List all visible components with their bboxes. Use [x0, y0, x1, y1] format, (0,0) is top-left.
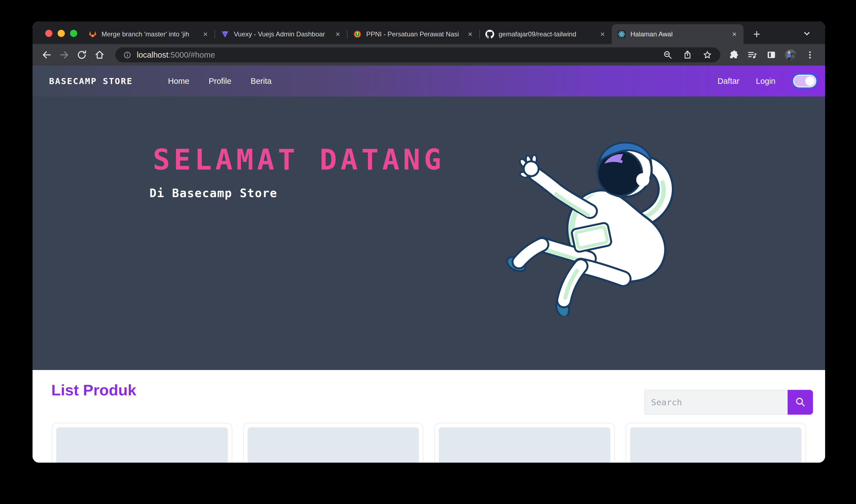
tab-close-icon[interactable]	[731, 31, 738, 37]
hero-title: SELAMAT DATANG	[153, 143, 445, 177]
search-button[interactable]	[788, 390, 813, 415]
web-page: BASECAMP STORE Home Profile Berita Dafta…	[33, 66, 825, 463]
tab-close-icon[interactable]	[599, 31, 606, 37]
site-navbar: BASECAMP STORE Home Profile Berita Dafta…	[33, 66, 825, 96]
window-controls	[45, 30, 77, 37]
nav-link-profile[interactable]: Profile	[209, 77, 231, 86]
url-text[interactable]: localhost:5000/#home	[137, 51, 215, 59]
astronaut-illustration	[499, 128, 676, 316]
tab-title: gemafajar09/react-tailwind	[499, 30, 594, 38]
toggle-knob	[805, 76, 815, 86]
tab-search-chevron-icon[interactable]	[801, 28, 813, 39]
product-card[interactable]	[434, 423, 615, 463]
nav-links: Home Profile Berita	[168, 77, 271, 86]
bookmark-star-icon[interactable]	[701, 49, 713, 61]
zoom-window-button[interactable]	[70, 30, 77, 37]
product-image-placeholder	[248, 427, 419, 463]
tab-title: Halaman Awal	[630, 30, 726, 38]
product-card[interactable]	[626, 423, 806, 463]
tabs: Merge branch 'master' into 'jih Vuexy - …	[83, 24, 744, 44]
tab-close-icon[interactable]	[334, 31, 341, 37]
tab-close-icon[interactable]	[202, 31, 209, 37]
profile-avatar[interactable]	[785, 49, 797, 61]
tab-gitlab-merge[interactable]: Merge branch 'master' into 'jih	[83, 24, 215, 44]
products-section: List Produk	[33, 370, 825, 463]
product-image-placeholder	[630, 427, 802, 463]
nav-actions: Daftar Login	[717, 75, 816, 87]
address-bar[interactable]: localhost:5000/#home	[115, 48, 720, 62]
url-rest: :5000/#home	[168, 51, 215, 59]
menu-dots-icon[interactable]	[804, 49, 816, 61]
product-image-placeholder	[56, 427, 228, 463]
tab-github-react-tailwind[interactable]: gemafajar09/react-tailwind	[480, 24, 612, 44]
side-panel-icon[interactable]	[766, 49, 777, 61]
vuexy-icon	[220, 30, 229, 39]
react-icon	[617, 30, 626, 39]
product-image-placeholder	[439, 427, 610, 463]
tab-close-icon[interactable]	[467, 31, 474, 37]
ppni-icon	[353, 30, 362, 39]
product-card[interactable]	[52, 423, 232, 463]
search-input[interactable]	[644, 390, 788, 415]
new-tab-button[interactable]	[749, 26, 764, 42]
product-card-list	[52, 423, 806, 463]
close-window-button[interactable]	[45, 30, 52, 37]
hero-subtitle: Di Basecamp Store	[149, 186, 278, 200]
reload-icon[interactable]	[76, 49, 88, 61]
tab-vuexy[interactable]: Vuexy - Vuejs Admin Dashboar	[215, 24, 347, 44]
products-heading: List Produk	[51, 381, 136, 399]
github-icon	[485, 30, 494, 39]
nav-link-home[interactable]: Home	[168, 77, 189, 86]
nav-link-berita[interactable]: Berita	[251, 77, 272, 86]
zoom-out-icon[interactable]	[662, 49, 674, 61]
extensions-puzzle-icon[interactable]	[727, 49, 738, 61]
info-icon[interactable]	[122, 50, 132, 59]
product-search	[644, 390, 813, 415]
browser-toolbar: localhost:5000/#home	[33, 44, 825, 66]
media-controls-icon[interactable]	[746, 49, 758, 61]
product-card[interactable]	[243, 423, 424, 463]
tab-title: Merge branch 'master' into 'jih	[102, 30, 197, 38]
home-icon[interactable]	[94, 49, 105, 61]
browser-window: Merge branch 'master' into 'jih Vuexy - …	[33, 21, 825, 463]
nav-link-login[interactable]: Login	[756, 77, 775, 86]
tab-halaman-awal-active[interactable]: Halaman Awal	[612, 24, 744, 44]
gitlab-icon	[88, 30, 97, 39]
tab-strip: Merge branch 'master' into 'jih Vuexy - …	[33, 21, 825, 44]
search-icon	[794, 396, 806, 409]
dark-mode-toggle[interactable]	[793, 75, 816, 87]
tab-ppni[interactable]: PPNI - Persatuan Perawat Nasi	[347, 24, 479, 44]
back-arrow-icon[interactable]	[41, 49, 52, 61]
hero-section: SELAMAT DATANG Di Basecamp Store	[33, 96, 825, 370]
tab-title: PPNI - Persatuan Perawat Nasi	[366, 30, 462, 38]
address-bar-actions	[662, 49, 713, 61]
forward-arrow-icon[interactable]	[58, 49, 70, 61]
url-host: localhost	[137, 51, 168, 59]
toolbar-right-icons	[727, 49, 816, 61]
nav-link-daftar[interactable]: Daftar	[717, 77, 739, 86]
minimize-window-button[interactable]	[58, 30, 65, 37]
share-icon[interactable]	[682, 49, 693, 61]
tab-title: Vuexy - Vuejs Admin Dashboar	[234, 30, 330, 38]
brand-logo[interactable]: BASECAMP STORE	[49, 76, 133, 86]
